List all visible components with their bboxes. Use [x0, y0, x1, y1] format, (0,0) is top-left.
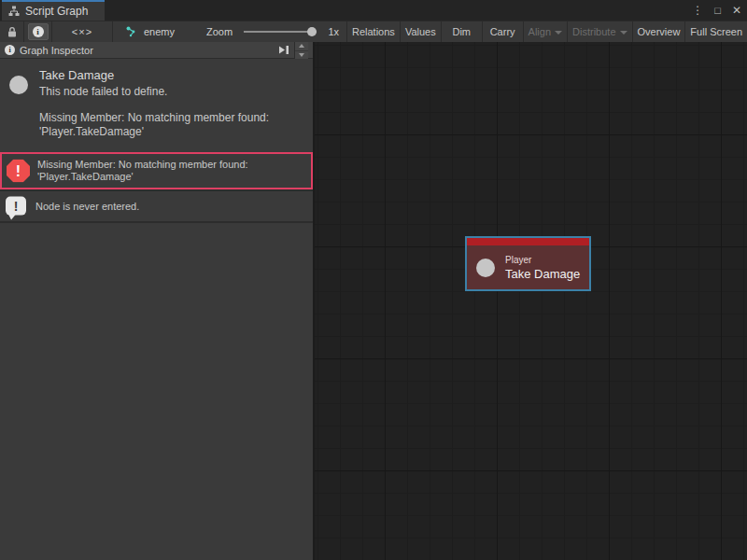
toolbar-buttons: Relations Values Dim Carry Align Distrib…: [347, 21, 747, 42]
take-damage-node[interactable]: Player Take Damage: [465, 236, 591, 291]
scroll-down-button[interactable]: [295, 50, 308, 59]
chevron-down-icon: [620, 31, 627, 35]
graph-inspector-header: i Graph Inspector: [0, 42, 313, 59]
dock-panel-icon[interactable]: [278, 45, 290, 55]
node-summary-section: Take Damage This node failed to define. …: [0, 59, 313, 152]
scroll-up-button[interactable]: [295, 42, 308, 50]
lock-button[interactable]: [0, 21, 24, 42]
full-screen-button[interactable]: Full Screen: [685, 21, 747, 42]
lock-icon: [7, 26, 18, 38]
zoom-slider[interactable]: [244, 27, 317, 36]
script-graph-icon: [8, 6, 20, 17]
breadcrumb-graph-name[interactable]: enemy: [144, 26, 175, 37]
zoom-label: Zoom: [206, 26, 233, 37]
chevron-down-icon: [299, 53, 304, 57]
node-status-text: This node failed to define.: [39, 85, 302, 98]
error-message-row: ! Missing Member: No matching member fou…: [0, 152, 313, 189]
window-titlebar: Script Graph ⋮ □ ✕: [0, 0, 747, 21]
zoom-slider-knob[interactable]: [307, 27, 317, 36]
node-category: Player: [505, 255, 580, 265]
tab-script-graph[interactable]: Script Graph: [2, 0, 105, 21]
kebab-menu-icon[interactable]: ⋮: [692, 0, 703, 21]
zoom-value: 1x: [328, 26, 339, 37]
node-error-header-bar: [467, 238, 589, 245]
node-title: Take Damage: [505, 267, 580, 281]
node-error-detail: Missing Member: No matching member found…: [39, 111, 302, 139]
panel-scroll-spinner: [294, 42, 308, 59]
maximize-icon[interactable]: □: [714, 0, 721, 21]
warning-bubble-icon: !: [6, 197, 26, 216]
chevron-up-icon: [299, 44, 304, 48]
relations-button[interactable]: Relations: [347, 21, 401, 42]
graph-breadcrumb-zoom-segment: enemy Zoom 1x: [113, 21, 347, 42]
graph-toolbar: i <×> enemy Zoom 1x Relations Values Dim…: [0, 21, 747, 42]
carry-button[interactable]: Carry: [483, 21, 524, 42]
tab-label: Script Graph: [25, 5, 88, 18]
values-button[interactable]: Values: [401, 21, 442, 42]
unit-icon: [9, 76, 28, 94]
overview-button[interactable]: Overview: [633, 21, 686, 42]
chevron-down-icon: [555, 31, 562, 35]
warning-message-row: ! Node is never entered.: [0, 189, 313, 223]
graph-icon: [126, 26, 138, 37]
window-controls: ⋮ □ ✕: [692, 0, 741, 21]
code-view-button[interactable]: <×>: [52, 21, 113, 42]
inspector-toggle-button[interactable]: i: [24, 21, 52, 42]
graph-canvas[interactable]: Player Take Damage: [315, 42, 747, 560]
dim-button[interactable]: Dim: [442, 21, 483, 42]
info-icon: i: [33, 26, 44, 37]
info-icon: i: [5, 45, 15, 55]
unit-icon: [476, 259, 495, 277]
align-dropdown: Align: [524, 21, 568, 42]
code-icon: <×>: [72, 26, 92, 37]
close-icon[interactable]: ✕: [732, 0, 741, 21]
node-title: Take Damage: [39, 68, 302, 82]
error-icon: !: [7, 160, 30, 183]
graph-inspector-panel: i Graph Inspector Take Damage This node …: [0, 42, 314, 560]
distribute-dropdown: Distribute: [568, 21, 632, 42]
inspector-title: Graph Inspector: [20, 45, 93, 56]
